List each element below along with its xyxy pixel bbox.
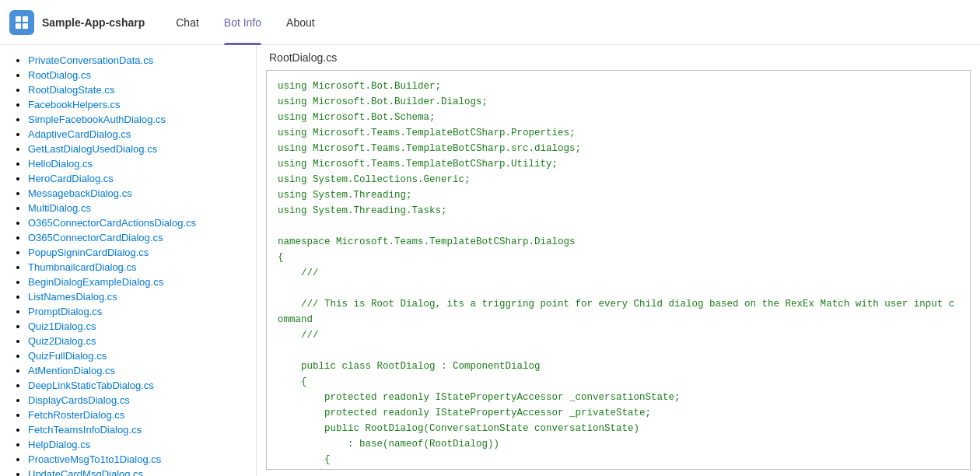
list-item: QuizFullDialog.cs [28, 350, 250, 362]
file-link[interactable]: MultiDialog.cs [28, 202, 91, 214]
file-link[interactable]: PromptDialog.cs [28, 306, 102, 317]
list-item: ThumbnailcardDialog.cs [28, 261, 250, 273]
tab-chat[interactable]: Chat [163, 0, 212, 45]
code-viewer: RootDialog.cs using Microsoft.Bot.Builde… [257, 45, 980, 476]
list-item: GetLastDialogUsedDialog.cs [28, 143, 250, 155]
list-item: SimpleFacebookAuthDialog.cs [28, 114, 250, 125]
list-item: RootDialog.cs [28, 69, 250, 81]
list-item: HelpDialog.cs [28, 439, 250, 450]
file-list-items: PrivateConversationData.csRootDialog.csR… [16, 54, 250, 476]
list-item: HeroCardDialog.cs [28, 173, 250, 184]
list-item: PromptDialog.cs [28, 306, 250, 317]
file-list[interactable]: PrivateConversationData.csRootDialog.csR… [0, 45, 257, 476]
file-link[interactable]: QuizFullDialog.cs [28, 350, 107, 362]
svg-rect-0 [16, 16, 21, 22]
file-link[interactable]: HelpDialog.cs [28, 439, 90, 450]
list-item: MultiDialog.cs [28, 202, 250, 214]
app-title: Sample-App-csharp [42, 16, 145, 29]
file-link[interactable]: ListNamesDialog.cs [28, 291, 117, 303]
file-link[interactable]: HelloDialog.cs [28, 158, 93, 170]
file-link[interactable]: RootDialogState.cs [28, 84, 114, 96]
file-link[interactable]: O365ConnectorCardDialog.cs [28, 232, 163, 243]
file-link[interactable]: SimpleFacebookAuthDialog.cs [28, 114, 166, 125]
list-item: AtMentionDialog.cs [28, 365, 250, 376]
list-item: PopupSigninCardDialog.cs [28, 247, 250, 258]
list-item: PrivateConversationData.cs [28, 54, 250, 66]
file-link[interactable]: Quiz2Dialog.cs [28, 335, 96, 347]
file-link[interactable]: O365ConnectorCardActionsDialog.cs [28, 217, 196, 229]
list-item: RootDialogState.cs [28, 84, 250, 96]
list-item: O365ConnectorCardActionsDialog.cs [28, 217, 250, 229]
file-link[interactable]: DeepLinkStaticTabDialog.cs [28, 380, 154, 391]
svg-rect-1 [23, 16, 28, 22]
code-filename: RootDialog.cs [266, 51, 971, 64]
file-link[interactable]: DisplayCardsDialog.cs [28, 394, 130, 406]
file-link[interactable]: GetLastDialogUsedDialog.cs [28, 143, 157, 155]
list-item: MessagebackDialog.cs [28, 187, 250, 199]
list-item: O365ConnectorCardDialog.cs [28, 232, 250, 243]
code-content: using Microsoft.Bot.Builder; using Micro… [278, 79, 959, 470]
tab-about[interactable]: About [274, 0, 327, 45]
file-link[interactable]: FetchTeamsInfoDialog.cs [28, 424, 142, 436]
file-link[interactable]: HeroCardDialog.cs [28, 173, 114, 184]
list-item: DisplayCardsDialog.cs [28, 394, 250, 406]
file-link[interactable]: UpdateCardMsgDialog.cs [28, 468, 143, 476]
list-item: BeginDialogExampleDialog.cs [28, 276, 250, 288]
file-link[interactable]: FacebookHelpers.cs [28, 99, 121, 110]
file-link[interactable]: PopupSigninCardDialog.cs [28, 247, 149, 258]
list-item: Quiz2Dialog.cs [28, 335, 250, 347]
list-item: DeepLinkStaticTabDialog.cs [28, 380, 250, 391]
app-logo [9, 10, 34, 35]
file-link[interactable]: AtMentionDialog.cs [28, 365, 115, 376]
file-link[interactable]: AdaptiveCardDialog.cs [28, 128, 131, 140]
list-item: UpdateCardMsgDialog.cs [28, 468, 250, 476]
file-link[interactable]: BeginDialogExampleDialog.cs [28, 276, 163, 288]
nav-tabs: Chat Bot Info About [163, 0, 327, 44]
code-box[interactable]: using Microsoft.Bot.Builder; using Micro… [266, 70, 971, 470]
list-item: Quiz1Dialog.cs [28, 320, 250, 332]
main-content: PrivateConversationData.csRootDialog.csR… [0, 45, 980, 476]
header: Sample-App-csharp Chat Bot Info About [0, 0, 980, 45]
file-link[interactable]: ThumbnailcardDialog.cs [28, 261, 136, 273]
list-item: ProactiveMsgTo1to1Dialog.cs [28, 453, 250, 465]
svg-rect-3 [23, 23, 28, 29]
list-item: AdaptiveCardDialog.cs [28, 128, 250, 140]
tab-bot-info[interactable]: Bot Info [212, 0, 274, 45]
list-item: FetchRosterDialog.cs [28, 409, 250, 421]
file-link[interactable]: RootDialog.cs [28, 69, 91, 81]
list-item: HelloDialog.cs [28, 158, 250, 170]
file-link[interactable]: PrivateConversationData.cs [28, 54, 153, 66]
list-item: FetchTeamsInfoDialog.cs [28, 424, 250, 436]
list-item: FacebookHelpers.cs [28, 99, 250, 110]
file-link[interactable]: Quiz1Dialog.cs [28, 320, 96, 332]
svg-rect-2 [16, 23, 21, 29]
file-link[interactable]: ProactiveMsgTo1to1Dialog.cs [28, 453, 161, 465]
list-item: ListNamesDialog.cs [28, 291, 250, 303]
file-link[interactable]: FetchRosterDialog.cs [28, 409, 124, 421]
file-link[interactable]: MessagebackDialog.cs [28, 187, 132, 199]
